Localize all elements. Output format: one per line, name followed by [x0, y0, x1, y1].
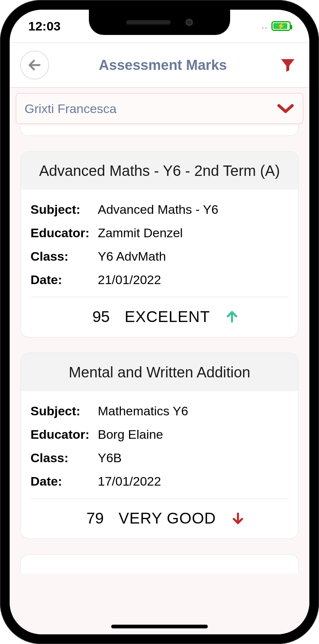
assessment-card[interactable]: Mental and Written Addition Subject: Mat…	[20, 352, 299, 539]
class-label: Class:	[30, 451, 92, 465]
phone-notch	[89, 10, 230, 35]
educator-value: Borg Elaine	[98, 427, 163, 442]
date-value: 21/01/2022	[98, 273, 161, 287]
assessment-title: Advanced Maths - Y6 - 2nd Term (A)	[21, 152, 298, 190]
app-content: Assessment Marks Grixti Francesca Advanc…	[10, 42, 309, 634]
class-row: Class: Y6B	[30, 446, 289, 470]
educator-row: Educator: Zammit Denzel	[30, 221, 289, 245]
subject-value: Advanced Maths - Y6	[98, 202, 218, 217]
home-indicator[interactable]	[111, 625, 208, 628]
arrow-up-icon	[225, 310, 239, 324]
assessment-title: Mental and Written Addition	[21, 353, 298, 391]
educator-value: Zammit Denzel	[98, 226, 183, 240]
subject-label: Subject:	[30, 404, 92, 418]
phone-frame: 12:03 .. ⚡ Assessment Marks	[0, 0, 319, 644]
date-row: Date: 17/01/2022	[30, 470, 289, 493]
educator-row: Educator: Borg Elaine	[30, 423, 289, 446]
student-dropdown[interactable]: Grixti Francesca	[16, 93, 303, 124]
date-label: Date:	[30, 474, 92, 489]
status-time: 12:03	[28, 19, 61, 33]
subject-row: Subject: Advanced Maths - Y6	[30, 198, 289, 221]
class-row: Class: Y6 AdvMath	[30, 245, 289, 268]
funnel-icon	[279, 56, 297, 74]
charging-bolt-icon: ⚡	[277, 22, 285, 30]
previous-card-edge	[20, 126, 299, 136]
assessment-card[interactable]: Advanced Maths - Y6 - 2nd Term (A) Subje…	[20, 151, 299, 338]
arrow-left-icon	[27, 58, 42, 73]
date-row: Date: 21/01/2022	[30, 268, 289, 292]
score-row: 95 EXCELENT	[21, 299, 298, 337]
app-header: Assessment Marks	[10, 43, 309, 88]
chevron-down-icon	[277, 103, 294, 114]
page-title: Assessment Marks	[49, 57, 277, 73]
student-selected-name: Grixti Francesca	[25, 102, 117, 116]
phone-screen: 12:03 .. ⚡ Assessment Marks	[10, 10, 309, 634]
subject-label: Subject:	[30, 202, 92, 217]
educator-label: Educator:	[30, 226, 92, 240]
status-signal-dots: ..	[262, 21, 268, 31]
class-value: Y6 AdvMath	[98, 249, 166, 264]
score-row: 79 VERY GOOD	[21, 500, 298, 538]
class-value: Y6B	[98, 451, 122, 465]
grade-value: VERY GOOD	[119, 509, 216, 527]
class-label: Class:	[30, 249, 92, 264]
battery-icon: ⚡	[271, 21, 291, 31]
back-button[interactable]	[20, 51, 49, 80]
score-value: 95	[80, 308, 110, 326]
next-card-edge	[20, 554, 299, 573]
filter-button[interactable]	[277, 56, 299, 74]
date-value: 17/01/2022	[98, 474, 161, 489]
grade-value: EXCELENT	[125, 308, 210, 326]
subject-row: Subject: Mathematics Y6	[30, 399, 289, 423]
subject-value: Mathematics Y6	[98, 404, 188, 418]
arrow-down-icon	[231, 511, 245, 525]
score-value: 79	[74, 509, 104, 527]
date-label: Date:	[30, 273, 92, 287]
educator-label: Educator:	[30, 427, 92, 442]
